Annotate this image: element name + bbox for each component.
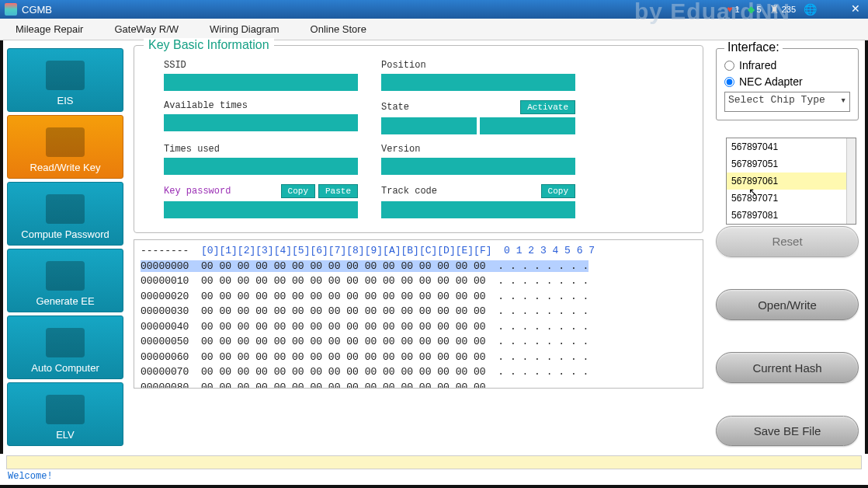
sidebar-eis[interactable]: EIS: [7, 48, 123, 112]
hex-row: 00000010 00 00 00 00 00 00 00 00 00 00 0…: [141, 275, 589, 287]
hex-row: 00000070 00 00 00 00 00 00 00 00 00 00 0…: [141, 366, 589, 378]
save-be-file-button[interactable]: Save BE File: [716, 416, 859, 446]
menu-online-store[interactable]: Online Store: [311, 23, 366, 35]
chip-option[interactable]: 567897081: [727, 207, 856, 224]
title-stats: ♥1 ◆5 ♜235 🌐 ✕: [727, 2, 863, 16]
position-value[interactable]: [381, 74, 575, 91]
heart-icon: ♥: [727, 4, 732, 15]
ecu-icon: [46, 328, 85, 357]
interface-title: Interface:: [724, 40, 783, 54]
hex-row: 00000030 00 00 00 00 00 00 00 00 00 00 0…: [141, 305, 589, 317]
titlebar: CGMB by EduardNN ♥1 ◆5 ♜235 🌐 ✕: [0, 0, 868, 19]
hex-row: 00000000 00 00 00 00 00 00 00 00 00 00 0…: [141, 260, 589, 272]
sidebar-label: ELV: [56, 429, 75, 441]
hex-viewer[interactable]: -------- [0][1][2][3][4][5][6][7][8][9][…: [134, 239, 703, 389]
sidebar-label: Generate EE: [36, 295, 94, 307]
sidebar-label: Compute Password: [21, 228, 109, 240]
radio-nec-input[interactable]: [724, 77, 734, 87]
hex-row: 00000060 00 00 00 00 00 00 00 00 00 00 0…: [141, 351, 589, 363]
open-write-button[interactable]: Open/Write: [716, 289, 859, 319]
tower-icon: ♜: [769, 3, 779, 16]
field-available-times: Available times: [164, 100, 358, 134]
stat-green: ◆5: [748, 4, 762, 15]
sidebar: EIS Read/Write Key Compute Password Gene…: [3, 40, 127, 454]
chip-type-select[interactable]: Select Chip Type ▾: [724, 92, 850, 112]
available-value[interactable]: [164, 114, 358, 131]
hex-row: 00000040 00 00 00 00 00 00 00 00 00 00 0…: [141, 321, 589, 333]
activate-button[interactable]: Activate: [520, 100, 575, 114]
center-panel: Key Basic Information SSID Position Avai…: [127, 40, 710, 454]
sidebar-compute-password[interactable]: Compute Password: [7, 182, 123, 246]
stat-red: ♥1: [727, 4, 739, 15]
reset-button[interactable]: Reset: [716, 226, 859, 256]
group-title: Key Basic Information: [144, 38, 274, 52]
diamond-icon: ◆: [748, 4, 755, 15]
key-icon: [46, 127, 85, 157]
sidebar-auto-computer[interactable]: Auto Computer: [7, 315, 123, 379]
menu-wiring-diagram[interactable]: Wiring Diagram: [210, 23, 279, 35]
used-value[interactable]: [164, 158, 358, 175]
sidebar-label: EIS: [57, 95, 74, 106]
chevron-down-icon: ▾: [840, 94, 846, 106]
dropdown-scrollbar[interactable]: [846, 138, 856, 224]
password-icon: [46, 194, 85, 224]
ssid-value[interactable]: [164, 74, 358, 91]
close-button[interactable]: ✕: [848, 2, 863, 16]
copy-password-button[interactable]: Copy: [281, 184, 315, 198]
field-key-password: Key password Copy Paste: [164, 184, 358, 218]
hex-row: 00000020 00 00 00 00 00 00 00 00 00 00 0…: [141, 291, 589, 302]
track-value[interactable]: [381, 201, 575, 218]
app-title: CGMB: [22, 4, 727, 16]
field-track-code: Track code Copy: [381, 184, 575, 218]
field-times-used: Times used: [164, 144, 358, 175]
field-version: Version: [381, 144, 575, 175]
chip-option[interactable]: 567897071: [727, 190, 856, 207]
keypw-value[interactable]: [164, 201, 358, 218]
version-value[interactable]: [381, 158, 575, 175]
sidebar-read-write-key[interactable]: Read/Write Key: [7, 115, 123, 179]
state-value[interactable]: [381, 117, 575, 134]
eis-icon: [46, 61, 85, 90]
elv-icon: [46, 395, 85, 424]
chip-option[interactable]: 567897051: [727, 155, 856, 173]
radio-infrared[interactable]: Infrared: [724, 59, 850, 71]
copy-track-button[interactable]: Copy: [541, 184, 575, 198]
menubar: Mileage Repair GateWay R/W Wiring Diagra…: [0, 19, 868, 40]
radio-infrared-input[interactable]: [724, 61, 734, 71]
sidebar-elv[interactable]: ELV: [7, 382, 123, 446]
stat-tower: ♜235: [769, 3, 796, 16]
field-state: State Activate: [381, 100, 575, 134]
chip-type-dropdown[interactable]: 567897041 567897051 567897061 567897071 …: [726, 138, 856, 225]
key-info-group: Key Basic Information SSID Position Avai…: [134, 45, 703, 233]
main-area: EIS Read/Write Key Compute Password Gene…: [0, 40, 868, 454]
hex-row: 00000050 00 00 00 00 00 00 00 00 00 00 0…: [141, 336, 589, 347]
menu-gateway-rw[interactable]: GateWay R/W: [114, 23, 179, 35]
right-panel: Interface: Infrared NEC Adapter Select C…: [710, 40, 865, 454]
menu-mileage-repair[interactable]: Mileage Repair: [16, 23, 83, 35]
hex-row: 00000080 00 00 00 00 00 00 00 00 00 00 0…: [141, 382, 589, 389]
interface-group: Interface: Infrared NEC Adapter Select C…: [716, 48, 859, 120]
chip-option[interactable]: 567897041: [727, 138, 856, 155]
radio-nec-adapter[interactable]: NEC Adapter: [724, 75, 850, 88]
sidebar-generate-ee[interactable]: Generate EE: [7, 249, 123, 312]
sidebar-label: Read/Write Key: [30, 162, 101, 173]
sidebar-label: Auto Computer: [31, 362, 99, 374]
current-hash-button[interactable]: Current Hash: [716, 352, 859, 382]
app-icon: [5, 3, 17, 16]
status-text: Welcome!: [0, 469, 868, 483]
field-ssid: SSID: [164, 60, 358, 91]
progress-bar: [6, 455, 862, 469]
globe-icon[interactable]: 🌐: [804, 3, 817, 16]
chip-option[interactable]: 567897061: [727, 173, 856, 190]
paste-password-button[interactable]: Paste: [318, 184, 358, 198]
ee-icon: [46, 261, 85, 291]
field-position: Position: [381, 60, 575, 91]
bottom-border: [0, 485, 868, 488]
